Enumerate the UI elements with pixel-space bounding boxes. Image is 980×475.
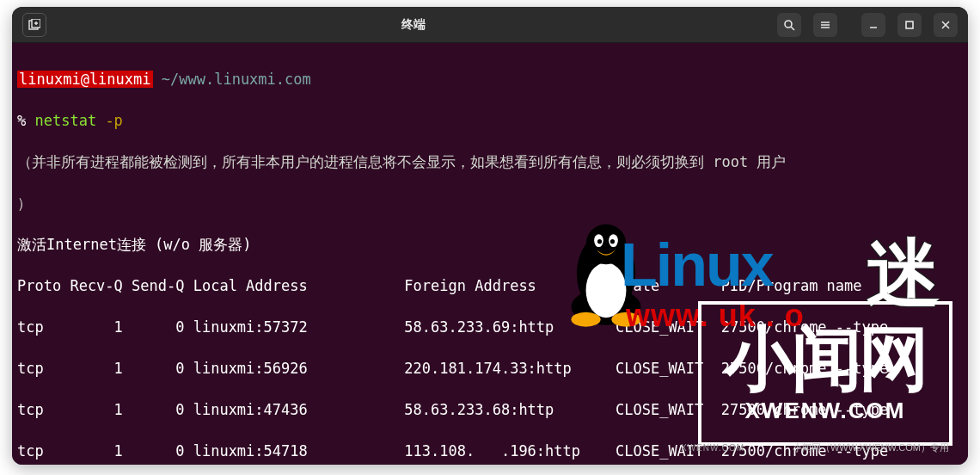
notice-line-2: ） bbox=[12, 193, 968, 213]
minimize-button[interactable] bbox=[861, 13, 885, 37]
prompt-line-1: linuxmi@linuxmi ~/www.linuxmi.com bbox=[12, 69, 968, 89]
inet-columns: Proto Recv-Q Send-Q Local Address Foreig… bbox=[12, 275, 968, 296]
close-button[interactable] bbox=[934, 13, 958, 37]
search-button[interactable] bbox=[777, 13, 801, 37]
new-tab-button[interactable] bbox=[22, 13, 46, 37]
prompt-userhost: linuxmi@linuxmi bbox=[17, 71, 153, 88]
prompt-symbol: % bbox=[17, 112, 34, 129]
terminal-window: 终端 linuxmi@linuxmi ~/www.linuxmi.com % n… bbox=[12, 7, 968, 465]
maximize-button[interactable] bbox=[897, 13, 922, 37]
command-args: -p bbox=[96, 112, 123, 129]
titlebar: 终端 bbox=[12, 7, 968, 43]
prompt-path: ~/www.linuxmi.com bbox=[153, 71, 311, 88]
terminal-body[interactable]: linuxmi@linuxmi ~/www.linuxmi.com % nets… bbox=[12, 43, 968, 465]
svg-rect-10 bbox=[906, 22, 913, 28]
footer-note: 小闻网（WWW.XWENW.COM）专用 bbox=[793, 441, 949, 454]
command-name: netstat bbox=[34, 112, 96, 129]
hamburger-menu-button[interactable] bbox=[813, 13, 837, 37]
svg-point-4 bbox=[785, 21, 792, 28]
inet-row: tcp 1 0 linuxmi:56926 220.181.174.33:htt… bbox=[12, 358, 968, 379]
inet-header: 激活Internet连接 (w/o 服务器) bbox=[12, 234, 968, 255]
inet-row: tcp 1 0 linuxmi:57372 58.63.233.69:http … bbox=[12, 317, 968, 337]
notice-line-1: （并非所有进程都能被检测到，所有非本用户的进程信息将不会显示，如果想看到所有信息… bbox=[12, 151, 968, 172]
window-title: 终端 bbox=[53, 17, 774, 33]
xwenw-url-small: XWENW.COM bbox=[681, 443, 744, 453]
prompt-line-2: % netstat -p bbox=[12, 110, 968, 131]
svg-line-5 bbox=[791, 27, 794, 30]
inet-row: tcp 1 0 linuxmi:47436 58.63.233.68:http … bbox=[12, 399, 968, 420]
